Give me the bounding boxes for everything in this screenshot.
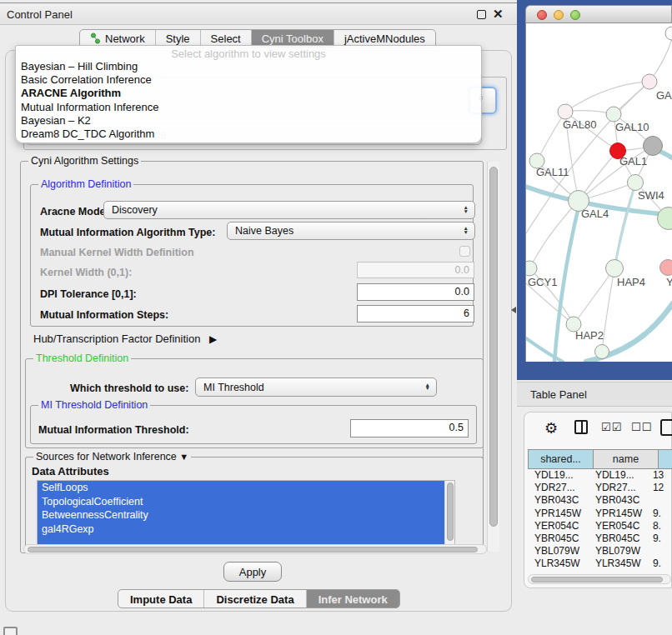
table-cell: YIL052C (589, 571, 649, 573)
table-row[interactable]: YBL079WYBL079W (528, 545, 672, 558)
algorithm-option-selected[interactable]: ARACNE Algorithm (16, 87, 481, 100)
close-traffic-light[interactable] (537, 10, 547, 20)
settings-hscrollbar-thumb[interactable] (28, 547, 478, 552)
data-attributes-list[interactable]: SelfLoops TopologicalCoefficient Between… (37, 480, 455, 547)
which-threshold-combo[interactable]: MI Threshold ▲▼ (195, 378, 437, 397)
table-hscrollbar-thumb[interactable] (531, 577, 663, 582)
mi-threshold-field[interactable]: 0.5 (350, 419, 469, 438)
float-window-icon[interactable] (477, 10, 486, 19)
kernel-width-field: 0.0 (357, 262, 474, 278)
mi-threshold-title: MI Threshold Definition (38, 399, 150, 411)
aracne-mode-combo[interactable]: Discovery ▲▼ (103, 201, 475, 219)
node-label: GAL (656, 89, 672, 102)
select-all-icon[interactable]: ☑☑ (601, 421, 622, 433)
table-panel-titlebar: Table Panel (517, 382, 672, 407)
list-item[interactable]: gal4RGexp (38, 522, 454, 537)
bottom-tabs: Impute Data Discretize Data Infer Networ… (118, 589, 400, 608)
dropdown-hint: Select algorithm to view settings (16, 48, 481, 60)
columns-icon[interactable] (574, 420, 588, 434)
gear-icon[interactable]: ⚙ (544, 419, 558, 438)
restore-panel-icon[interactable] (3, 627, 18, 635)
table-panel-window: ⚙ ☑☑ ☐☐ shared... name YDL19...YDL19...1… (524, 412, 672, 588)
apply-button[interactable]: Apply (223, 562, 282, 582)
list-item[interactable]: BetweennessCentrality (38, 508, 454, 522)
table-hscrollbar-track[interactable] (528, 574, 671, 584)
tab-impute-data[interactable]: Impute Data (118, 590, 204, 608)
threshold-definition-title: Threshold Definition (33, 352, 131, 364)
table-cell: YBR045C (589, 532, 649, 545)
settings-scrollbar-thumb[interactable] (489, 167, 498, 527)
control-panel-titlebar: Control Panel ✕ (0, 2, 517, 25)
network-canvas[interactable]: GAL GAL80 GAL10 GAL1 GAL11 SWI4 GAL4 GCY… (525, 23, 672, 362)
zoom-traffic-light[interactable] (570, 10, 580, 20)
node-label: HAP4 (617, 276, 645, 288)
table-row[interactable]: YBR045CYBR045C9. (528, 532, 672, 545)
dpi-tolerance-label: DPI Tolerance [0,1]: (40, 288, 137, 300)
column-header-name[interactable]: name (593, 449, 658, 469)
tab-label: jActiveMNodules (344, 32, 425, 45)
table-cell (649, 494, 672, 507)
network-icon (90, 32, 101, 44)
settings-hscrollbar-track[interactable] (23, 544, 487, 554)
node-label: GAL11 (536, 166, 569, 178)
table-cell: 9. (649, 532, 672, 545)
hub-definition-expander[interactable]: Hub/Transcription Factor Definition ▶ (33, 332, 217, 345)
attributes-scrollbar-thumb[interactable] (447, 482, 454, 541)
algorithm-option[interactable]: Bayesian – Hill Climbing (16, 60, 481, 73)
table-row[interactable]: YIL052CYIL052C9. (528, 571, 672, 573)
algorithm-option[interactable]: Basic Correlation Inference (16, 73, 481, 87)
tab-infer-network[interactable]: Infer Network (307, 590, 399, 608)
minimize-traffic-light[interactable] (554, 10, 564, 20)
table-cell: YBR043C (589, 494, 649, 507)
collapse-down-icon: ▼ (179, 452, 188, 462)
settings-scrollbar-track[interactable] (487, 162, 499, 552)
node-label: Y (666, 276, 672, 288)
node-label: GCY1 (528, 276, 557, 288)
dpi-tolerance-field[interactable]: 0.0 (357, 283, 474, 301)
algorithm-option[interactable]: Mutual Information Inference (16, 101, 481, 114)
tab-discretize-data[interactable]: Discretize Data (204, 590, 306, 608)
spinner-down-icon: ▼ (425, 387, 430, 391)
node-label: GAL4 (581, 208, 609, 220)
table-cell: YDR27... (589, 482, 649, 494)
function-builder-icon[interactable] (660, 419, 672, 436)
table-cell: YBL079W (528, 545, 589, 558)
table-header: shared... name (528, 449, 672, 469)
tab-label: Select (211, 32, 241, 45)
table-cell: 9. (649, 508, 672, 520)
list-item[interactable]: TopologicalCoefficient (38, 495, 454, 509)
algorithm-definition-title: Algorithm Definition (38, 178, 133, 190)
deselect-all-icon[interactable]: ☐☐ (631, 421, 652, 433)
column-header-shared-name[interactable]: shared... (528, 449, 593, 469)
table-row[interactable]: YLR345WYLR345W9. (528, 558, 672, 570)
table-row[interactable]: YER054CYER054C8. (528, 520, 672, 532)
table-row[interactable]: YPR145WYPR145W9. (528, 508, 672, 520)
table-cell: 9. (649, 558, 672, 570)
table-cell: YIL052C (528, 571, 589, 573)
tab-label: Network (105, 32, 145, 45)
table-cell: YBL079W (589, 545, 649, 558)
control-panel-title: Control Panel (7, 8, 73, 21)
column-header-partial[interactable] (658, 449, 672, 469)
algorithm-option[interactable]: Bayesian – K2 (16, 114, 481, 128)
network-window-titlebar[interactable] (525, 5, 672, 23)
table-row[interactable]: YBR043CYBR043C (528, 494, 672, 507)
mi-steps-field[interactable]: 6 (357, 305, 474, 322)
algorithm-option[interactable]: Dream8 DC_TDC Algorithm (16, 128, 481, 141)
table-row[interactable]: YDR27...YDR27...12 (528, 482, 672, 494)
attributes-scrollbar-track[interactable] (444, 481, 454, 546)
table-cell: YLR345W (528, 558, 589, 570)
list-item[interactable]: SelfLoops (38, 481, 454, 495)
close-icon[interactable]: ✕ (493, 7, 504, 22)
sources-collapse-header[interactable]: Sources for Network Inference ▼ (33, 451, 191, 462)
mi-type-combo[interactable]: Naive Bayes ▲▼ (227, 222, 475, 240)
table-cell: YDR27... (528, 482, 589, 494)
table-row[interactable]: YDL19...YDL19...13 (528, 469, 672, 482)
table-panel-title: Table Panel (530, 388, 587, 401)
aracne-mode-label: Aracne Mode: (40, 206, 109, 218)
node-label: GAL80 (563, 118, 596, 131)
application-window: Control Panel ✕ Inference Algorithm ▲ ▼ … (0, 0, 672, 635)
node-label: SWI4 (638, 189, 664, 202)
table-cell: YER054C (589, 520, 649, 532)
table-cell: YBR043C (528, 494, 589, 507)
